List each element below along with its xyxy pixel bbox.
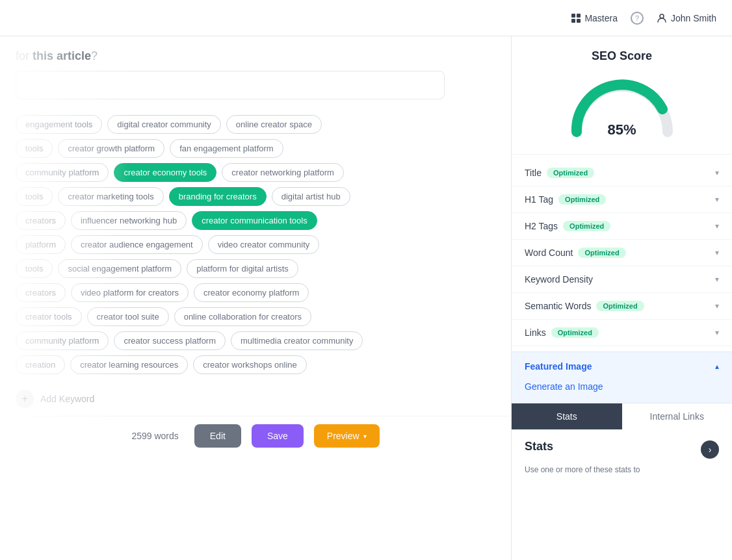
keyword-tag[interactable]: multimedia creator community <box>231 331 363 350</box>
keyword-tag[interactable]: video platform for creators <box>71 283 189 302</box>
add-keyword-label: Add Keyword <box>40 394 94 404</box>
user-icon <box>657 13 667 23</box>
tab-internal-links[interactable]: Internal Links <box>622 403 733 429</box>
keyword-tag-active[interactable]: branding for creators <box>169 187 267 206</box>
keyword-tag[interactable]: social engagement platform <box>58 259 181 278</box>
chevron-right-icon: ▾ <box>715 168 719 177</box>
keyword-tag[interactable]: creator growth platform <box>58 139 164 158</box>
keyword-tag[interactable]: creator learning resources <box>70 355 188 374</box>
keywords-row: creator tools creator tool suite online … <box>16 307 495 326</box>
keyword-tag[interactable]: creator economy platform <box>194 283 309 302</box>
seo-score-title: SEO Score <box>527 49 716 63</box>
keywords-row: creators influencer networking hub creat… <box>16 211 495 230</box>
seo-row-h1[interactable]: H1 Tag Optimized ▾ <box>512 186 732 213</box>
chevron-right-icon: ▾ <box>715 222 719 231</box>
keyword-tag[interactable]: creator marketing tools <box>58 187 163 206</box>
keyword-tag[interactable]: creators <box>16 211 66 230</box>
keywords-row: tools creator marketing tools branding f… <box>16 187 495 206</box>
gauge-score-text: 85% <box>607 121 636 138</box>
keyword-tag[interactable]: creator networking platform <box>222 163 344 182</box>
chevron-right-icon: ▾ <box>715 328 719 337</box>
gauge-chart: 85% <box>564 73 681 138</box>
edit-button[interactable]: Edit <box>194 424 241 448</box>
keyword-tag-active[interactable]: creator economy tools <box>114 163 216 182</box>
chevron-right-icon: ▾ <box>715 195 719 204</box>
keyword-tag[interactable]: influencer networking hub <box>71 211 187 230</box>
badge-semantic: Optimized <box>596 301 644 311</box>
seo-row-h2[interactable]: H2 Tags Optimized ▾ <box>512 213 732 240</box>
seo-score-section: SEO Score 85% <box>512 36 732 155</box>
keyword-tag[interactable]: tools <box>16 259 53 278</box>
keywords-row: platform creator audience engagement vid… <box>16 235 495 254</box>
keyword-tag[interactable]: community platform <box>16 163 109 182</box>
keywords-row: creation creator learning resources crea… <box>16 355 495 374</box>
keyword-tag[interactable]: creator tools <box>16 307 82 326</box>
seo-row-wordcount[interactable]: Word Count Optimized ▾ <box>512 240 732 266</box>
article-question: for this article? <box>16 49 495 63</box>
help-icon[interactable]: ? <box>631 12 644 25</box>
featured-image-header[interactable]: Featured Image ▴ <box>512 352 732 381</box>
badge-wordcount: Optimized <box>578 248 625 258</box>
badge-h2: Optimized <box>563 221 610 231</box>
badge-h1: Optimized <box>558 194 606 205</box>
grid-icon <box>571 14 581 23</box>
tab-stats[interactable]: Stats <box>512 403 622 429</box>
chevron-right-icon: ▾ <box>715 301 719 311</box>
featured-image-title: Featured Image <box>525 361 592 372</box>
svg-point-0 <box>660 14 664 18</box>
seo-sections: Title Optimized ▾ H1 Tag Optimized ▾ H2 … <box>512 155 732 351</box>
preview-label: Preview <box>327 431 359 441</box>
keyword-tag[interactable]: tools <box>16 139 53 158</box>
scroll-button[interactable]: › <box>701 440 719 459</box>
keywords-row: engagement tools digital creator communi… <box>16 115 495 134</box>
chevron-right-icon: ▾ <box>715 248 719 257</box>
keyword-tag[interactable]: video creator community <box>208 235 320 254</box>
keyword-tag[interactable]: platform for digital artists <box>187 259 298 278</box>
keyword-tag[interactable]: creator success platform <box>114 331 226 350</box>
keyword-tag[interactable]: fan engagement platform <box>170 139 283 158</box>
keyword-tag[interactable]: tools <box>16 187 53 206</box>
seo-label-h1: H1 Tag <box>525 194 553 205</box>
keyword-tag[interactable]: digital artist hub <box>272 187 350 206</box>
keyword-tag[interactable]: platform <box>16 235 66 254</box>
chevron-up-icon: ▴ <box>715 362 719 371</box>
user-nav[interactable]: John Smith <box>657 13 716 23</box>
keyword-tag[interactable]: creator tool suite <box>87 307 169 326</box>
keyword-tag[interactable]: creator audience engagement <box>71 235 203 254</box>
keyword-tag-active[interactable]: creator communication tools <box>192 211 317 230</box>
add-keyword-button[interactable]: + <box>16 390 34 408</box>
generate-image-link[interactable]: Generate an Image <box>525 381 603 392</box>
article-header: for this article? <box>0 36 511 110</box>
keywords-row: tools social engagement platform platfor… <box>16 259 495 278</box>
question-text: for this article? <box>16 49 98 62</box>
keyword-tag[interactable]: online creator space <box>226 115 322 134</box>
keyword-tag[interactable]: creator workshops online <box>193 355 307 374</box>
keyword-tag[interactable]: creators <box>16 283 66 302</box>
keyword-tag[interactable]: digital creator community <box>107 115 221 134</box>
save-button[interactable]: Save <box>252 424 304 448</box>
keyword-tag[interactable]: online collaboration for creators <box>174 307 311 326</box>
preview-button[interactable]: Preview ▾ <box>314 424 380 448</box>
keywords-row: community platform creator economy tools… <box>16 163 495 182</box>
keyword-tag[interactable]: community platform <box>16 331 109 350</box>
keyword-tag[interactable]: creation <box>16 355 65 374</box>
keyword-search-input[interactable] <box>16 71 445 99</box>
stats-section: Stats › Use one or more of these stats t… <box>512 429 732 486</box>
keywords-row: community platform creator success platf… <box>16 331 495 350</box>
keyword-tag[interactable]: engagement tools <box>16 115 102 134</box>
sidebar: SEO Score 85% Title Optimized ▾ <box>511 36 732 560</box>
seo-label-keyword-density: Keyword Density <box>525 274 593 285</box>
main-layout: for this article? engagement tools digit… <box>0 36 732 560</box>
chevron-down-icon: ▾ <box>363 433 367 440</box>
stats-title: Stats <box>525 440 553 453</box>
content-area: for this article? engagement tools digit… <box>0 36 511 560</box>
bottom-bar: 2599 words Edit Save Preview ▾ <box>0 416 511 458</box>
seo-row-semantic[interactable]: Semantic Words Optimized ▾ <box>512 293 732 320</box>
seo-row-keyword-density[interactable]: Keyword Density ▾ <box>512 266 732 293</box>
mastera-nav[interactable]: Mastera <box>571 13 618 23</box>
chevron-right-icon: ▾ <box>715 275 719 284</box>
seo-label-semantic: Semantic Words <box>525 301 591 311</box>
featured-image-content: Generate an Image <box>512 381 732 403</box>
seo-row-links[interactable]: Links Optimized ▾ <box>512 320 732 346</box>
seo-row-title[interactable]: Title Optimized ▾ <box>512 160 732 186</box>
